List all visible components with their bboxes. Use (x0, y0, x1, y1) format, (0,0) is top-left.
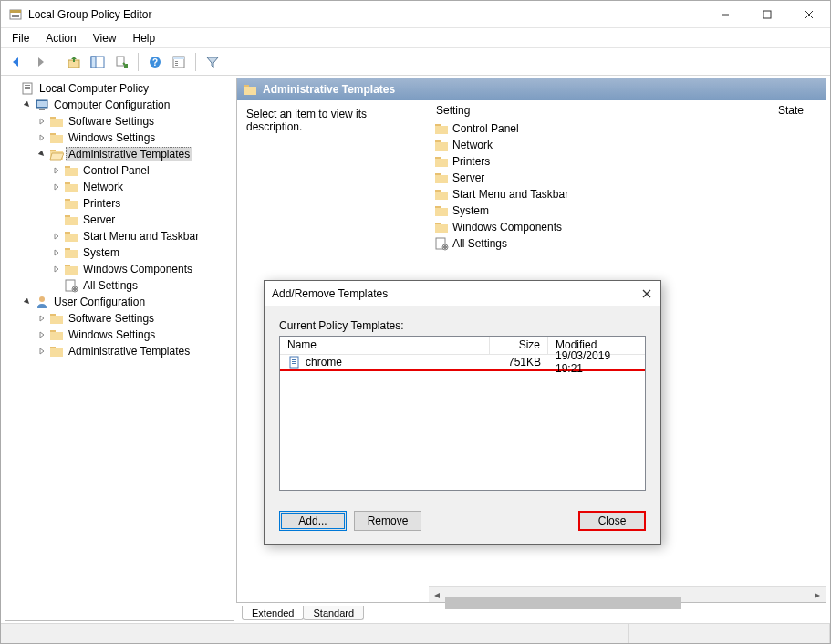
collapse-icon[interactable] (36, 132, 47, 143)
list-item[interactable]: Network (429, 137, 826, 153)
dialog-title: Add/Remove Templates (272, 287, 653, 300)
close-dialog-button[interactable]: Close (578, 511, 646, 531)
scroll-right-icon[interactable]: ▸ (809, 587, 826, 603)
settings-list-icon (64, 278, 78, 293)
list-item[interactable]: Server (429, 170, 826, 186)
list-item[interactable]: Start Menu and Taskbar (429, 186, 826, 203)
tree-at-wincomp[interactable]: Windows Components (51, 261, 234, 277)
tree-at-control-panel[interactable]: Control Panel (51, 162, 234, 179)
computer-icon (35, 98, 49, 112)
folder-icon (49, 327, 64, 342)
folder-icon (49, 311, 64, 326)
expand-icon[interactable] (22, 296, 33, 307)
menu-view[interactable]: View (86, 30, 124, 47)
templates-list[interactable]: Name Size Modified chrome 751KB 19/03/20… (279, 336, 646, 491)
tab-extended[interactable]: Extended (242, 606, 304, 620)
folder-icon (64, 262, 78, 276)
maximize-button[interactable] (746, 1, 788, 27)
add-button[interactable]: Add... (279, 511, 347, 531)
svg-rect-39 (65, 217, 78, 225)
tree-root[interactable]: Local Computer Policy (7, 80, 234, 97)
up-button[interactable] (64, 52, 84, 72)
svg-rect-25 (39, 109, 45, 110)
expand-icon[interactable] (22, 99, 33, 110)
tree-at-printers[interactable]: Printers (51, 195, 234, 212)
template-row[interactable]: chrome 751KB 19/03/2019 19:21 (280, 355, 645, 371)
svg-rect-70 (435, 208, 448, 216)
svg-point-50 (39, 296, 45, 302)
close-button[interactable] (788, 1, 830, 27)
help-button[interactable]: ? (145, 52, 165, 72)
filter-button[interactable] (203, 52, 223, 72)
folder-icon (64, 180, 78, 194)
menu-file[interactable]: File (5, 30, 36, 47)
svg-text:?: ? (152, 57, 158, 68)
col-state[interactable]: State (771, 101, 826, 119)
dialog-close-button[interactable] (633, 281, 660, 306)
folder-icon (434, 203, 449, 218)
collapse-icon[interactable] (36, 313, 47, 324)
list-item[interactable]: Printers (429, 153, 826, 170)
minimize-button[interactable] (704, 1, 746, 27)
svg-rect-35 (65, 184, 78, 192)
tree-uc-windows[interactable]: Windows Settings (36, 327, 234, 343)
properties-button[interactable] (169, 52, 189, 72)
window-title: Local Group Policy Editor (28, 8, 704, 21)
tree-cc-admin-templates[interactable]: Administrative Templates (36, 146, 234, 162)
collapse-icon[interactable] (51, 182, 62, 192)
export-list-button[interactable] (111, 52, 131, 72)
list-item[interactable]: Control Panel (429, 120, 826, 137)
template-file-icon (287, 355, 302, 369)
show-hide-tree-button[interactable] (88, 52, 108, 72)
policy-icon (20, 81, 35, 96)
collapse-icon[interactable] (36, 116, 47, 127)
tree-uc-admin[interactable]: Administrative Templates (36, 343, 234, 359)
svg-rect-45 (65, 266, 78, 275)
tree-uc-software[interactable]: Software Settings (36, 310, 234, 327)
svg-rect-20 (25, 85, 30, 86)
remove-button[interactable]: Remove (354, 511, 421, 531)
menu-action[interactable]: Action (38, 30, 83, 47)
tree-computer-configuration[interactable]: Computer Configuration (22, 97, 234, 113)
collapse-icon[interactable] (36, 346, 47, 357)
list-header[interactable]: Setting State (429, 100, 826, 120)
list-item[interactable]: Windows Components (429, 219, 826, 235)
list-item[interactable]: System (429, 203, 826, 219)
tree-user-configuration[interactable]: User Configuration (22, 294, 234, 310)
col-name[interactable]: Name (280, 337, 490, 354)
svg-rect-54 (50, 332, 63, 340)
svg-rect-24 (37, 101, 47, 107)
list-item[interactable]: All Settings (429, 235, 826, 252)
menu-help[interactable]: Help (126, 30, 163, 47)
tree-at-system[interactable]: System (51, 244, 234, 261)
scroll-left-icon[interactable]: ◂ (429, 587, 445, 603)
svg-rect-82 (292, 363, 296, 364)
collapse-icon[interactable] (51, 165, 62, 176)
expand-icon[interactable] (36, 149, 47, 160)
tree-cc-windows[interactable]: Windows Settings (36, 130, 234, 146)
tree-at-server[interactable]: Server (51, 212, 234, 228)
tree-at-startmenu[interactable]: Start Menu and Taskbar (51, 228, 234, 244)
col-setting[interactable]: Setting (429, 101, 771, 119)
tab-standard[interactable]: Standard (303, 606, 364, 620)
folder-icon (49, 130, 64, 145)
dialog-titlebar[interactable]: Add/Remove Templates (265, 281, 660, 306)
tree-cc-software[interactable]: Software Settings (36, 113, 234, 130)
collapse-icon[interactable] (51, 247, 62, 258)
forward-button[interactable] (30, 52, 50, 72)
col-size[interactable]: Size (490, 337, 548, 354)
tree-at-network[interactable]: Network (51, 179, 234, 195)
svg-rect-68 (435, 192, 448, 200)
collapse-icon[interactable] (36, 329, 47, 340)
svg-rect-16 (175, 61, 178, 62)
horizontal-scrollbar[interactable]: ◂ ▸ (429, 586, 826, 602)
collapse-icon[interactable] (51, 231, 62, 242)
svg-rect-58 (244, 87, 256, 95)
back-button[interactable] (6, 52, 26, 72)
folder-icon (64, 196, 78, 211)
tree-pane[interactable]: Local Computer Policy Computer Configura… (5, 78, 234, 621)
svg-rect-3 (12, 16, 19, 17)
tree-at-allsettings[interactable]: All Settings (51, 277, 234, 294)
collapse-icon[interactable] (51, 264, 62, 275)
svg-rect-37 (65, 201, 78, 209)
